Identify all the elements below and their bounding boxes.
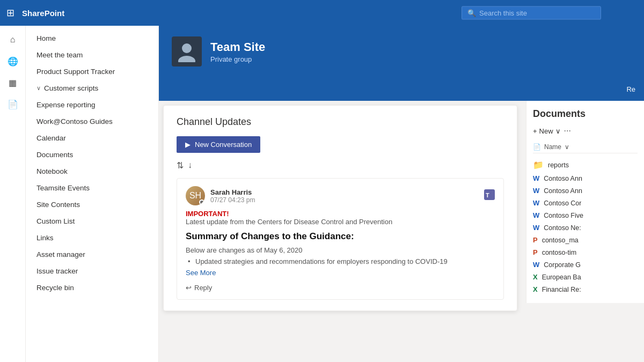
main-content: Team Site Private group Re Channel Updat… [159,26,644,362]
sidebar-label-expense: Expense reporting [36,101,96,109]
sort-controls[interactable]: ⇅ ↓ [177,160,504,171]
new-conversation-button[interactable]: ▶ New Conversation [177,136,260,153]
message-header: SH Sarah Harris 07/27 04:23 pm T [186,186,495,205]
doc-name-1: Contoso Ann [544,187,582,195]
sidebar-label-custom-list: Custom List [36,217,75,225]
ppt-icon-0: P [533,236,538,244]
doc-name-reports: reports [548,161,569,169]
chevron-down-icon: ∨ [36,85,41,92]
doc-row-8[interactable]: X European Ba [533,271,638,283]
sidebar-item-site-contents[interactable]: Site Contents [26,196,158,213]
doc-name-8: European Ba [542,274,581,281]
svg-text:T: T [486,192,489,198]
docs-more-button[interactable]: ··· [564,126,571,136]
search-input[interactable] [479,9,595,17]
doc-row-7[interactable]: W Corporate G [533,258,638,271]
doc-row-reports[interactable]: 📁 reports [533,158,638,172]
sidebar-label-events: Teamsite Events [36,184,90,192]
sidebar-item-recycle[interactable]: Recycle bin [26,279,158,296]
message-heading: Summary of Changes to the Guidance: [186,231,495,242]
sidebar-item-notebook[interactable]: Notebook [26,163,158,180]
site-title-block: Team Site Private group [210,40,265,63]
message-card: SH Sarah Harris 07/27 04:23 pm T [177,178,504,300]
sidebar-label-product: Product Support Tracker [36,68,115,76]
col-sort-icon: ∨ [565,143,569,151]
play-icon: ▶ [185,141,191,149]
sidebar-item-documents[interactable]: Documents [26,146,158,163]
sidebar-label-documents: Documents [36,151,73,159]
word-icon-5: W [533,261,539,269]
page-rail-icon[interactable]: 📄 [3,94,23,114]
new-chevron-icon: ∨ [555,127,561,135]
word-icon-3: W [533,211,539,219]
message-author: Sarah Harris [210,188,479,196]
doc-row-9[interactable]: X Financial Re: [533,283,638,295]
online-status-dot [199,200,204,205]
sidebar-item-home[interactable]: Home [26,30,158,47]
reply-label: Reply [194,284,212,292]
documents-toolbar: + New ∨ ··· [533,126,638,136]
waffle-icon[interactable]: ⊞ [6,7,14,19]
doc-row-6[interactable]: P contoso-tim [533,246,638,258]
sidebar-item-issue[interactable]: Issue tracker [26,263,158,279]
sidebar-item-meet[interactable]: Meet the team [26,47,158,63]
sidebar-item-custom-list[interactable]: Custom List [26,213,158,230]
grid-rail-icon[interactable]: ▦ [3,73,23,92]
documents-title: Documents [533,108,638,120]
doc-row-2[interactable]: W Contoso Cor [533,197,638,209]
doc-name-3: Contoso Five [544,212,583,219]
home-rail-icon[interactable]: ⌂ [3,30,23,49]
new-label: New [539,127,553,135]
sidebar-label-recycle: Recycle bin [36,284,74,292]
message-time: 07/27 04:23 pm [210,196,479,204]
author-avatar: SH [186,186,205,205]
excel-icon-1: X [533,285,538,293]
channel-updates-panel: Channel Updates ▶ New Conversation ⇅ ↓ S… [163,105,517,311]
word-icon-4: W [533,224,539,232]
plus-icon: + [533,127,537,135]
reply-button[interactable]: ↩ Reply [186,284,495,292]
word-icon-0: W [533,174,539,182]
excel-icon-0: X [533,273,538,281]
sidebar-label-asset: Asset manager [36,250,85,258]
new-document-button[interactable]: + New ∨ [533,127,561,135]
teams-icon[interactable]: T [484,189,495,203]
doc-row-4[interactable]: W Contoso Ne: [533,221,638,234]
sidebar-item-expense[interactable]: Expense reporting [26,97,158,113]
reply-icon: ↩ [186,284,192,292]
doc-row-1[interactable]: W Contoso Ann [533,184,638,197]
message-sub: Latest update from the Centers for Disea… [186,218,495,226]
icon-rail: ⌂ 🌐 ▦ 📄 [0,26,26,362]
sort-up-icon[interactable]: ⇅ [177,160,184,171]
sidebar-item-calendar[interactable]: Calendar [26,130,158,146]
doc-name-2: Contoso Cor [544,200,581,207]
globe-rail-icon[interactable]: 🌐 [3,51,23,71]
sort-down-icon[interactable]: ↓ [188,160,192,171]
toolbar-re-label: Re [626,85,635,93]
site-avatar [172,36,202,67]
sidebar-item-links[interactable]: Links [26,230,158,246]
sidebar-item-customer[interactable]: ∨ Customer scripts [26,80,158,97]
folder-icon: 📁 [533,160,544,170]
site-title: Team Site [210,40,265,54]
see-more-link[interactable]: See More [186,269,216,277]
sidebar-label-site-contents: Site Contents [36,201,80,209]
doc-name-6: contoso-tim [542,249,577,256]
docs-col-name: Name [544,143,561,151]
sidebar-nav: Home Meet the team Product Support Track… [26,26,159,362]
sidebar-label-notebook: Notebook [36,167,68,175]
sidebar-label-links: Links [36,234,54,242]
message-meta: Sarah Harris 07/27 04:23 pm [210,188,479,204]
sidebar-item-product[interactable]: Product Support Tracker [26,63,158,80]
site-subtitle: Private group [210,55,265,63]
sidebar-item-asset[interactable]: Asset manager [26,246,158,263]
sidebar-item-events[interactable]: Teamsite Events [26,180,158,196]
doc-row-0[interactable]: W Contoso Ann [533,172,638,184]
message-bullet: Updated strategies and recommendations f… [186,257,495,265]
sidebar-item-work[interactable]: Work@Contoso Guides [26,113,158,130]
doc-name-7: Corporate G [544,261,581,269]
doc-row-3[interactable]: W Contoso Five [533,209,638,221]
sidebar-label-customer: Customer scripts [44,84,98,92]
doc-row-5[interactable]: P contoso_ma [533,234,638,246]
docs-col-icon: 📄 [533,143,541,151]
